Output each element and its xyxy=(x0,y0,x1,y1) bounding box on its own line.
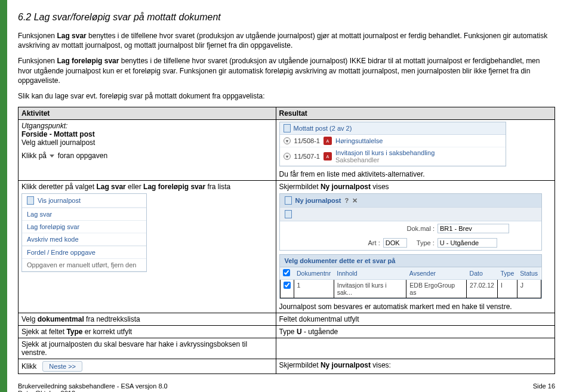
pdf-icon[interactable]: A xyxy=(324,152,332,160)
menu-item-fordel[interactable]: Fordel / Endre oppgave xyxy=(22,246,146,259)
term-type: Type xyxy=(66,328,82,336)
expand-icon[interactable]: ▾ xyxy=(284,137,291,144)
table-header-activity: Aktivitet xyxy=(19,107,276,120)
section-heading: 6.2 Lag svar/foreløpig svar på mottatt d… xyxy=(18,12,555,23)
activity-cell: Sjekk at feltet Type er korrekt utfylt xyxy=(19,326,276,338)
activity-cell: Velg dokumentmal fra nedtrekkslista xyxy=(19,313,276,326)
table-row: Sjekk at journalposten du skal besvare h… xyxy=(19,338,555,359)
text: Funksjonen xyxy=(18,32,57,40)
journal-title[interactable]: Invitasjon til kurs i saksbehandling xyxy=(335,149,435,156)
click-triangle-instruction: Klikk på foran oppgaven xyxy=(21,152,273,160)
result-cell: Skjermbildet Ny journalpost vises Ny jou… xyxy=(276,181,554,313)
art-label: Art : xyxy=(368,239,380,246)
row-checkbox[interactable] xyxy=(284,282,291,289)
col-status: Status xyxy=(517,267,541,280)
section-number: 6.2 xyxy=(18,12,31,22)
activity-cell: Utgangspunkt: Forside - Mottatt post Vel… xyxy=(19,120,276,181)
activity-cell: Sjekk at journalposten du skal besvare h… xyxy=(19,338,276,359)
doc-icon xyxy=(284,124,291,132)
help-close-icons[interactable]: ? ✕ xyxy=(345,197,358,205)
menu-item-vis-journalpost[interactable]: Vis journalpost xyxy=(22,194,146,208)
result-note: Du får frem en liste med aktivitets-alte… xyxy=(279,170,552,178)
text: fra nedtrekkslista xyxy=(84,315,140,323)
cell-status: J xyxy=(517,280,541,298)
paragraph-1: Funksjonen Lag svar benyttes i de tilfel… xyxy=(18,31,555,50)
cell-innhold: Invitasjon til kurs i sak... xyxy=(334,280,406,298)
text: Skjermbildet xyxy=(279,361,321,369)
menu-item-lag-forelopig-svar[interactable]: Lag foreløpig svar xyxy=(22,221,146,233)
journal-number: 11/508-1 xyxy=(294,137,320,144)
neste-button[interactable]: Neste >> xyxy=(42,361,82,372)
type-label: Type : xyxy=(417,239,435,246)
table-row: Velg dokumentmal fra nedtrekkslista Felt… xyxy=(19,313,555,326)
col-innhold: Innhold xyxy=(334,267,406,280)
text: vises xyxy=(371,183,389,191)
paragraph-3: Slik kan du lage svar evt. foreløpig sva… xyxy=(18,91,555,101)
text: Klikk xyxy=(21,362,36,371)
result-cell: Mottatt post (2 av 2) ▾ 11/508-1 A Hørin… xyxy=(276,120,554,181)
screenshot-mottatt-post: Mottatt post (2 av 2) ▾ 11/508-1 A Hørin… xyxy=(279,122,506,166)
term-lag-svar: Lag svar xyxy=(57,32,86,40)
paragraph-2: Funksjonen Lag foreløpig svar benyttes i… xyxy=(18,56,555,85)
screenshot-context-menu: Vis journalpost Lag svar Lag foreløpig s… xyxy=(21,193,147,272)
panel-title: Velg dokumenter dette er et svar på xyxy=(280,255,541,267)
doc-icon xyxy=(285,210,292,218)
table-row: Klikk deretter på valget Lag svar eller … xyxy=(19,181,555,313)
window-title: Ny journalpost xyxy=(295,197,341,204)
col-avsender: Avsender xyxy=(406,267,467,280)
doc-icon xyxy=(27,196,34,205)
menu-item-lag-svar[interactable]: Lag svar xyxy=(22,208,146,221)
starting-point-label: Utgangspunkt: xyxy=(21,122,273,130)
menu-option-lag-svar: Lag svar xyxy=(96,183,125,191)
term-dokumentmal: dokumentmal xyxy=(38,315,84,323)
page-footer: Brukerveiledning saksbehandlere - ESA ve… xyxy=(18,382,555,392)
dokmal-field[interactable] xyxy=(438,224,509,233)
text: eller xyxy=(126,183,143,191)
text: Funksjonen xyxy=(18,57,57,65)
activity-cell: Klikk deretter på valget Lag svar eller … xyxy=(19,181,276,313)
result-note: Journalpost som besvares er automatisk m… xyxy=(279,303,552,311)
cell-avsender: EDB ErgoGroup as xyxy=(406,280,467,298)
text: Type xyxy=(279,328,297,336)
activity-cell: Klikk Neste >> xyxy=(19,359,276,374)
section-title-text: Lag svar/foreløpig svar på mottatt dokum… xyxy=(34,12,221,22)
result-cell: Feltet dokumentmal utfylt xyxy=(276,313,554,326)
footer-date: Dato: Oktober 2012 xyxy=(18,390,75,392)
table-row: Sjekk at feltet Type er korrekt utfylt T… xyxy=(19,326,555,338)
col-type: Type xyxy=(497,267,517,280)
result-cell xyxy=(276,338,554,359)
menu-item-manuelt-utfort[interactable]: Oppgaven er manuelt utført, fjern den xyxy=(22,259,146,271)
term-lag-forelopig-svar: Lag foreløpig svar xyxy=(57,57,119,65)
doc-icon xyxy=(285,196,292,205)
document-row[interactable]: 1 Invitasjon til kurs i sak... EDB ErgoG… xyxy=(280,280,541,298)
activity-result-table: Aktivitet Resultat Utgangspunkt: Forside… xyxy=(18,107,555,374)
text: - utgående xyxy=(302,328,338,336)
text: vises: xyxy=(371,361,391,369)
art-field[interactable] xyxy=(383,238,407,248)
type-field[interactable] xyxy=(438,238,497,248)
starting-point: Forside - Mottatt post xyxy=(21,130,273,138)
text: foran oppgaven xyxy=(58,152,107,160)
result-cell: Type U - utgående xyxy=(276,326,554,338)
select-all-checkbox[interactable] xyxy=(283,269,290,276)
table-header-result: Resultat xyxy=(276,107,554,120)
text: Velg xyxy=(21,315,38,323)
menu-label: Vis journalpost xyxy=(38,197,81,204)
screenshot-ny-journalpost: Ny journalpost ? ✕ Dok.mal : Art : Type … xyxy=(279,193,542,251)
select-journalpost: Velg aktuell journalpost xyxy=(21,138,273,147)
text: Skjermbildet xyxy=(279,183,321,191)
col-dato: Dato xyxy=(467,267,498,280)
screen-name: Ny journalpost xyxy=(321,361,371,369)
table-row: Utgangspunkt: Forside - Mottatt post Vel… xyxy=(19,120,555,181)
footer-doc-title: Brukerveiledning saksbehandlere - ESA ve… xyxy=(18,382,168,390)
text: Klikk deretter på valget xyxy=(21,183,96,191)
text: Sjekk at feltet xyxy=(21,328,66,336)
pdf-icon[interactable]: A xyxy=(324,137,332,145)
expand-icon[interactable]: ▾ xyxy=(284,153,291,160)
journal-subtitle: Saksbehandler xyxy=(335,156,379,163)
cell-dokumentnr: 1 xyxy=(294,280,334,298)
screen-name: Ny journalpost xyxy=(321,183,371,191)
menu-item-avskriv[interactable]: Avskriv med kode xyxy=(22,233,146,246)
screenshot-velg-dokumenter: Velg dokumenter dette er et svar på Doku… xyxy=(279,254,542,299)
journal-title[interactable]: Høringsuttalelse xyxy=(335,137,383,144)
